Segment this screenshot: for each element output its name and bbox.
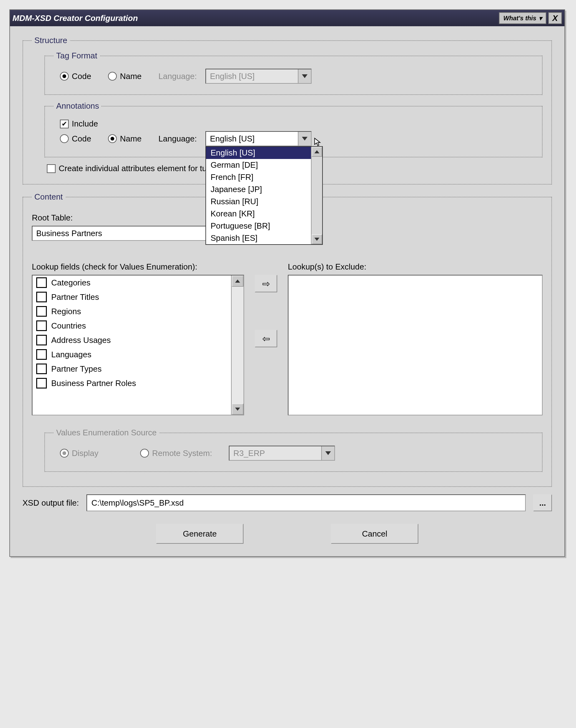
root-table-value: Business Partners [32,226,230,240]
language-option[interactable]: French [FR] [206,171,322,183]
values-enum-display-label: Display [72,448,98,458]
values-enum-display-radio: Display [60,448,98,458]
arrow-left-icon: ⇦ [262,333,270,344]
annotations-code-radio[interactable]: Code [60,134,91,144]
list-item-label: Partner Titles [51,292,99,302]
structure-legend: Structure [32,36,70,45]
move-right-button[interactable]: ⇨ [255,275,277,292]
scroll-down-icon[interactable] [232,403,243,415]
structure-group: Structure Tag Format Code Name Language: [23,36,552,185]
generate-button[interactable]: Generate [156,524,243,544]
scroll-up-icon[interactable] [312,147,322,157]
tag-format-language-dropdown: English [US] [205,69,312,84]
close-button[interactable]: X [548,12,562,24]
scrollbar[interactable] [231,276,243,415]
checkbox-icon[interactable] [36,335,47,345]
xsd-output-label: XSD output file: [23,498,79,508]
close-icon: X [552,13,557,23]
scrollbar[interactable] [311,147,322,244]
tag-format-language-value: English [US] [206,69,298,83]
list-item[interactable]: Partner Types [32,362,231,376]
language-option[interactable]: Japanese [JP] [206,183,322,196]
annotations-language-list[interactable]: English [US] German [DE] French [FR] Jap… [205,146,323,245]
titlebar: MDM-XSD Creator Configuration What's thi… [10,10,565,26]
checkbox-icon[interactable] [36,292,47,302]
annotations-include-checkbox[interactable]: ✔ Include [60,119,98,129]
language-option[interactable]: German [DE] [206,159,322,171]
xsd-output-value: C:\temp\logs\SP5_BP.xsd [91,498,184,508]
help-button[interactable]: What's this ▾ [499,12,546,24]
language-option[interactable]: Portuguese [BR] [206,220,322,232]
lookup-fields-label: Lookup fields (check for Values Enumerat… [32,262,244,272]
list-item[interactable]: Partner Titles [32,290,231,304]
scroll-down-icon[interactable] [312,234,322,244]
list-item-label: Address Usages [51,335,111,345]
language-option[interactable]: Spanish [ES] [206,232,322,244]
content-legend: Content [32,192,65,202]
checkbox-icon[interactable] [36,364,47,374]
values-enum-legend: Values Enumeration Source [54,428,159,438]
list-item-label: Partner Types [51,364,102,374]
tag-format-code-radio[interactable]: Code [60,72,91,81]
tag-format-legend: Tag Format [54,51,100,61]
values-enum-remote-label: Remote System: [152,448,212,458]
values-enum-group: Values Enumeration Source Display Remote… [44,428,543,472]
lookups-exclude-label: Lookup(s) to Exclude: [288,262,543,272]
tag-format-group: Tag Format Code Name Language: English [… [44,51,543,95]
list-item-label: Business Partner Roles [51,379,136,388]
list-item-label: Countries [51,321,86,331]
values-enum-remote-radio: Remote System: [140,448,212,458]
list-item-label: Categories [51,278,90,288]
browse-button[interactable]: ... [533,495,552,511]
lookup-fields-listbox[interactable]: Categories Partner Titles Regions Countr… [32,275,244,415]
tag-format-name-radio[interactable]: Name [108,72,141,81]
annotations-name-label: Name [120,134,141,144]
list-item[interactable]: Business Partner Roles [32,376,231,390]
lookups-exclude-listbox[interactable] [288,275,543,415]
annotations-group: Annotations ✔ Include Code Name [44,101,543,158]
checkbox-icon[interactable] [36,277,47,288]
annotations-language-value: English [US] [206,132,298,145]
chevron-down-icon[interactable] [298,132,311,145]
create-individual-label: Create individual attributes element for… [59,164,222,173]
tag-format-name-label: Name [120,72,141,81]
annotations-language-dropdown[interactable]: English [US] [205,131,312,146]
help-button-label: What's this [503,15,536,22]
checkbox-icon[interactable] [36,320,47,331]
checkbox-icon[interactable] [36,306,47,317]
cancel-button[interactable]: Cancel [331,524,418,544]
ellipsis-icon: ... [539,498,546,508]
checkbox-icon[interactable] [36,378,47,389]
window-title: MDM-XSD Creator Configuration [12,13,499,23]
list-item-label: Languages [51,350,91,360]
list-item[interactable]: Address Usages [32,333,231,347]
language-option[interactable]: Korean [KR] [206,208,322,220]
cursor-icon [313,137,323,147]
config-window: MDM-XSD Creator Configuration What's thi… [9,9,565,557]
list-item[interactable]: Regions [32,304,231,318]
chevron-down-icon [321,446,334,460]
generate-button-label: Generate [183,529,217,539]
move-left-button[interactable]: ⇦ [255,330,277,347]
chevron-down-icon: ▾ [539,15,542,22]
arrow-right-icon: ⇨ [262,278,270,289]
annotations-language-label: Language: [159,134,197,144]
list-item[interactable]: Countries [32,318,231,333]
checkbox-icon[interactable] [36,349,47,360]
language-option[interactable]: Russian [RU] [206,196,322,208]
annotations-name-radio[interactable]: Name [108,134,141,144]
list-item[interactable]: Languages [32,347,231,362]
annotations-legend: Annotations [54,101,102,111]
remote-system-dropdown: R3_ERP [229,446,335,461]
list-item[interactable]: Categories [32,276,231,290]
chevron-down-icon [298,69,311,83]
language-option[interactable]: English [US] [206,147,322,159]
create-individual-checkbox[interactable]: Create individual attributes element for… [47,164,222,173]
tag-format-code-label: Code [72,72,91,81]
xsd-output-field[interactable]: C:\temp\logs\SP5_BP.xsd [86,495,526,511]
cancel-button-label: Cancel [362,529,387,539]
tag-format-language-label: Language: [159,72,197,81]
annotations-include-label: Include [72,119,98,129]
scroll-up-icon[interactable] [232,276,243,287]
list-item-label: Regions [51,307,81,316]
